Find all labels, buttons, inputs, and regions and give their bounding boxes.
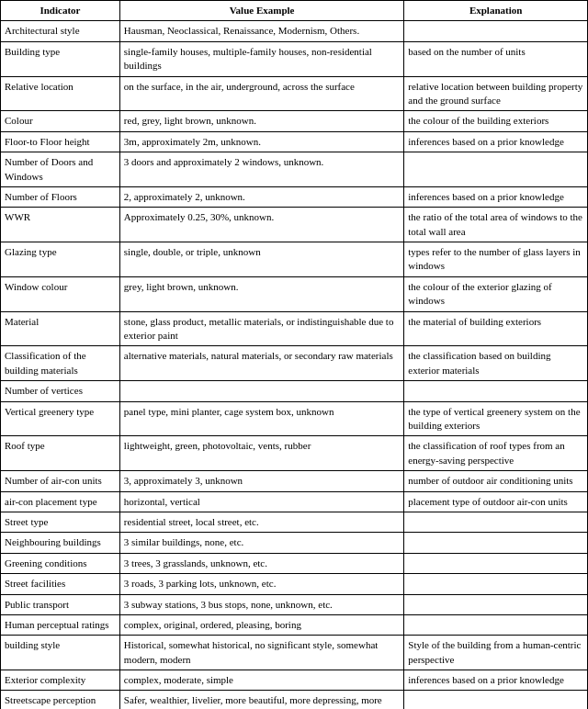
cell-value: 3 roads, 3 parking lots, unknown, etc.	[119, 574, 403, 594]
cell-value: on the surface, in the air, underground,…	[119, 76, 403, 111]
cell-value: 3m, approximately 2m, unknown.	[119, 131, 403, 152]
cell-explanation: inferences based on a prior knowledge	[404, 670, 588, 691]
cell-explanation: the classification of roof types from an…	[404, 436, 588, 471]
table-row: Street typeresidential street, local str…	[1, 512, 588, 532]
cell-indicator: building style	[1, 636, 120, 670]
cell-indicator: Number of Doors and Windows	[1, 152, 120, 187]
cell-value: panel type, mini planter, cage system bo…	[119, 401, 403, 436]
cell-indicator: Relative location	[1, 76, 120, 111]
table-row: Streetscape perception scoresSafer, weal…	[1, 691, 588, 709]
cell-explanation	[404, 614, 588, 635]
cell-value: single-family houses, multiple-family ho…	[119, 41, 403, 76]
cell-value: 3 trees, 3 grasslands, unknown, etc.	[119, 553, 403, 573]
cell-explanation	[404, 594, 588, 614]
cell-explanation: inferences based on a prior knowledge	[404, 186, 588, 207]
cell-value: Historical, somewhat historical, no sign…	[119, 636, 403, 670]
cell-explanation	[404, 512, 588, 532]
cell-value: grey, light brown, unknown.	[119, 276, 403, 311]
cell-explanation	[404, 691, 588, 709]
cell-indicator: Number of Floors	[1, 186, 120, 207]
cell-value: lightweight, green, photovoltaic, vents,…	[119, 436, 403, 471]
cell-indicator: Exterior complexity	[1, 670, 120, 691]
header-value: Value Example	[119, 1, 403, 21]
cell-indicator: Street facilities	[1, 574, 120, 594]
cell-value: single, double, or triple, unknown	[119, 242, 403, 277]
table-row: Window colourgrey, light brown, unknown.…	[1, 276, 588, 311]
table-row: Architectural styleHausman, Neoclassical…	[1, 21, 588, 41]
cell-explanation: relative location between building prope…	[404, 76, 588, 111]
cell-explanation	[404, 553, 588, 573]
table-row: Materialstone, glass product, metallic m…	[1, 311, 588, 346]
cell-value: Hausman, Neoclassical, Renaissance, Mode…	[119, 21, 403, 41]
cell-value: residential street, local street, etc.	[119, 512, 403, 532]
cell-indicator: Material	[1, 311, 120, 346]
cell-explanation: the colour of the building exteriors	[404, 111, 588, 131]
cell-explanation: number of outdoor air conditioning units	[404, 471, 588, 491]
table-row: building styleHistorical, somewhat histo…	[1, 636, 588, 670]
cell-value: 3 similar buildings, none, etc.	[119, 533, 403, 553]
cell-indicator: Glazing type	[1, 242, 120, 277]
cell-value: red, grey, light brown, unknown.	[119, 111, 403, 131]
cell-indicator: Architectural style	[1, 21, 120, 41]
table-row: Colourred, grey, light brown, unknown.th…	[1, 111, 588, 131]
cell-explanation: the classification based on building ext…	[404, 346, 588, 381]
cell-value: complex, moderate, simple	[119, 670, 403, 691]
cell-indicator: Colour	[1, 111, 120, 131]
table-row: Number of air-con units3, approximately …	[1, 471, 588, 491]
header-explanation: Explanation	[404, 1, 588, 21]
cell-indicator: Number of air-con units	[1, 471, 120, 491]
cell-explanation	[404, 533, 588, 553]
cell-explanation	[404, 381, 588, 401]
table-row: WWRApproximately 0.25, 30%, unknown.the …	[1, 208, 588, 242]
cell-indicator: Window colour	[1, 276, 120, 311]
cell-value: stone, glass product, metallic materials…	[119, 311, 403, 346]
table-row: Neighbouring buildings3 similar building…	[1, 533, 588, 553]
table-row: Number of vertices	[1, 381, 588, 401]
cell-value: complex, original, ordered, pleasing, bo…	[119, 614, 403, 635]
cell-explanation: placement type of outdoor air-con units	[404, 491, 588, 512]
cell-explanation: types refer to the number of glass layer…	[404, 242, 588, 277]
cell-value: Approximately 0.25, 30%, unknown.	[119, 208, 403, 242]
cell-indicator: Building type	[1, 41, 120, 76]
cell-explanation	[404, 152, 588, 187]
table-row: Number of Floors2, approximately 2, unkn…	[1, 186, 588, 207]
cell-indicator: air-con placement type	[1, 491, 120, 512]
table-row: Exterior complexitycomplex, moderate, si…	[1, 670, 588, 691]
cell-explanation: based on the number of units	[404, 41, 588, 76]
cell-explanation: the material of building exteriors	[404, 311, 588, 346]
table-row: Greening conditions3 trees, 3 grasslands…	[1, 553, 588, 573]
cell-indicator: Greening conditions	[1, 553, 120, 573]
cell-value: Safer, wealthier, livelier, more beautif…	[119, 691, 403, 709]
cell-value: horizontal, vertical	[119, 491, 403, 512]
cell-value	[119, 381, 403, 401]
cell-value: 3, approximately 3, unknown	[119, 471, 403, 491]
header-indicator: Indicator	[1, 1, 120, 21]
cell-indicator: WWR	[1, 208, 120, 242]
cell-indicator: Streetscape perception scores	[1, 691, 120, 709]
cell-indicator: Vertical greenery type	[1, 401, 120, 436]
cell-indicator: Street type	[1, 512, 120, 532]
cell-explanation: inferences based on a prior knowledge	[404, 131, 588, 152]
table-row: Classification of the building materials…	[1, 346, 588, 381]
table-row: Roof typelightweight, green, photovoltai…	[1, 436, 588, 471]
table-row: air-con placement typehorizontal, vertic…	[1, 491, 588, 512]
table-row: Public transport3 subway stations, 3 bus…	[1, 594, 588, 614]
cell-explanation: the type of vertical greenery system on …	[404, 401, 588, 436]
table-row: Building typesingle-family houses, multi…	[1, 41, 588, 76]
table-row: Floor-to Floor height3m, approximately 2…	[1, 131, 588, 152]
cell-indicator: Public transport	[1, 594, 120, 614]
cell-explanation: Style of the building from a human-centr…	[404, 636, 588, 670]
cell-indicator: Number of vertices	[1, 381, 120, 401]
table-header-row: Indicator Value Example Explanation	[1, 1, 588, 21]
cell-value: 2, approximately 2, unknown.	[119, 186, 403, 207]
cell-value: 3 subway stations, 3 bus stops, none, un…	[119, 594, 403, 614]
table-row: Number of Doors and Windows3 doors and a…	[1, 152, 588, 187]
main-table: Indicator Value Example Explanation Arch…	[0, 0, 588, 709]
cell-explanation	[404, 21, 588, 41]
cell-explanation: the ratio of the total area of windows t…	[404, 208, 588, 242]
cell-indicator: Floor-to Floor height	[1, 131, 120, 152]
cell-explanation: the colour of the exterior glazing of wi…	[404, 276, 588, 311]
cell-indicator: Roof type	[1, 436, 120, 471]
table-row: Relative locationon the surface, in the …	[1, 76, 588, 111]
cell-indicator: Classification of the building materials	[1, 346, 120, 381]
